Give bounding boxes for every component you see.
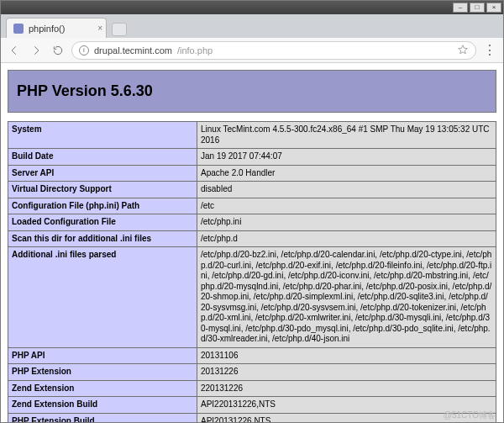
phpinfo-header-card: PHP Version 5.6.30 [8, 70, 496, 113]
reload-button[interactable] [50, 42, 66, 59]
address-bar[interactable]: i drupal.tecmint.com/info.php [71, 41, 476, 60]
window-maximize-button[interactable]: □ [470, 3, 485, 13]
table-row: Configuration File (php.ini) Path/etc [8, 198, 496, 214]
address-path: /info.php [177, 45, 213, 56]
star-icon [457, 44, 469, 56]
table-row: Virtual Directory Supportdisabled [8, 182, 496, 198]
row-value: Apache 2.0 Handler [197, 165, 496, 182]
window-close-button[interactable]: × [486, 3, 501, 13]
reload-icon [52, 45, 64, 56]
row-key: PHP Extension [8, 364, 197, 381]
row-value: /etc/php.d/20-bz2.ini, /etc/php.d/20-cal… [197, 247, 496, 348]
row-key: Scan this dir for additional .ini files [8, 230, 197, 247]
tab-phpinfo[interactable]: phpinfo() × [6, 18, 107, 38]
site-info-icon[interactable]: i [79, 45, 89, 56]
row-key: Additional .ini files parsed [8, 247, 197, 348]
row-key: Zend Extension Build [8, 397, 197, 414]
table-row: Loaded Configuration File/etc/php.ini [8, 214, 496, 231]
forward-arrow-icon [30, 45, 42, 56]
row-key: Zend Extension [8, 380, 197, 397]
new-tab-button[interactable] [112, 23, 127, 36]
tab-close-icon[interactable]: × [97, 24, 102, 33]
toolbar: i drupal.tecmint.com/info.php ⋮ [1, 38, 503, 63]
table-row: PHP Extension BuildAPI20131226,NTS [8, 413, 496, 422]
table-row: PHP API20131106 [8, 347, 496, 364]
table-row: Scan this dir for additional .ini files/… [8, 230, 496, 247]
back-arrow-icon [8, 45, 20, 56]
table-row: Zend Extension220131226 [8, 380, 496, 397]
row-key: Configuration File (php.ini) Path [8, 198, 197, 214]
address-domain: drupal.tecmint.com [94, 45, 172, 56]
row-value: 220131226 [197, 380, 496, 397]
row-value: 20131106 [197, 347, 496, 364]
phpinfo-table: SystemLinux TecMint.com 4.5.5-300.fc24.x… [8, 121, 496, 422]
php-favicon-icon [13, 24, 24, 34]
browser-window: – □ × phpinfo() × i drupal.tecmint.com/i… [0, 0, 504, 423]
table-row: PHP Extension20131226 [8, 364, 496, 381]
window-titlebar: – □ × [1, 1, 503, 14]
row-key: PHP API [8, 347, 197, 364]
tab-title: phpinfo() [29, 24, 65, 34]
row-value: /etc [197, 198, 496, 214]
table-row: Additional .ini files parsed/etc/php.d/2… [8, 247, 496, 348]
page-title: PHP Version 5.6.30 [17, 82, 487, 100]
row-key: System [8, 122, 197, 149]
row-key: Loaded Configuration File [8, 214, 197, 231]
back-button[interactable] [6, 42, 23, 59]
watermark: @51CTO博客 [444, 410, 496, 421]
row-value: Jan 19 2017 07:44:07 [197, 149, 496, 166]
row-key: PHP Extension Build [8, 413, 197, 422]
row-value: Linux TecMint.com 4.5.5-300.fc24.x86_64 … [197, 122, 496, 149]
window-minimize-button[interactable]: – [453, 3, 468, 13]
row-value: /etc/php.d [197, 230, 496, 247]
row-key: Build Date [8, 149, 197, 166]
row-key: Virtual Directory Support [8, 182, 197, 198]
menu-icon: ⋮ [483, 43, 496, 57]
row-value: disabled [197, 182, 496, 198]
row-value: 20131226 [197, 364, 496, 381]
page-viewport[interactable]: PHP Version 5.6.30 SystemLinux TecMint.c… [1, 63, 503, 422]
table-row: Server APIApache 2.0 Handler [8, 165, 496, 182]
table-row: SystemLinux TecMint.com 4.5.5-300.fc24.x… [8, 122, 496, 149]
table-row: Zend Extension BuildAPI220131226,NTS [8, 397, 496, 414]
bookmark-button[interactable] [457, 44, 469, 57]
forward-button[interactable] [28, 42, 45, 59]
table-row: Build DateJan 19 2017 07:44:07 [8, 149, 496, 166]
row-key: Server API [8, 165, 197, 182]
tab-strip: phpinfo() × [1, 14, 503, 38]
browser-menu-button[interactable]: ⋮ [481, 42, 498, 58]
row-value: /etc/php.ini [197, 214, 496, 231]
